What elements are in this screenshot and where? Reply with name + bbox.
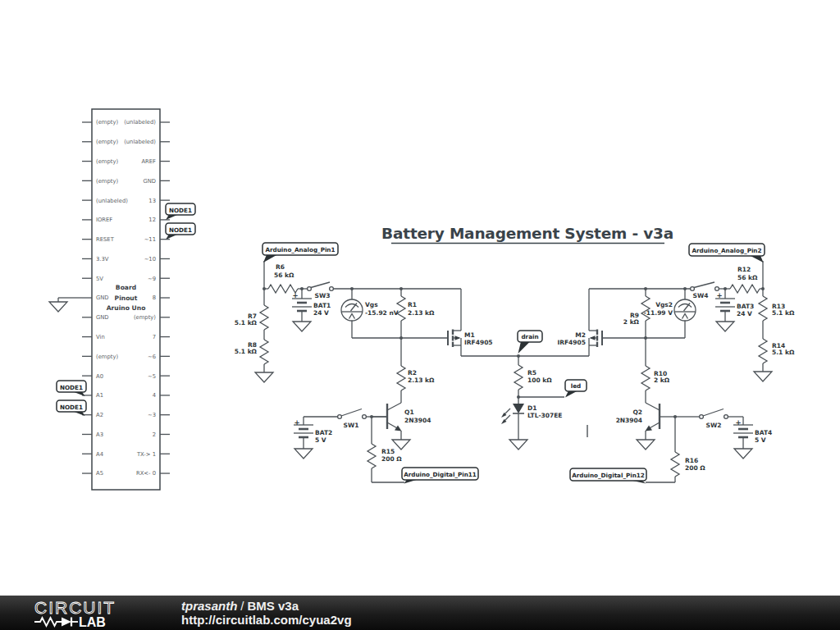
pin-label-right-2: AREF [141, 158, 156, 165]
battery-bat2[interactable] [294, 425, 313, 437]
switch-sw2[interactable] [700, 409, 728, 419]
switch-sw4[interactable] [691, 282, 719, 290]
schematic-canvas[interactable]: (empty)(empty)(empty)(empty)(unlabeled)I… [0, 0, 840, 630]
label-vgs2: Vgs2 [655, 301, 673, 308]
resistor-r9[interactable] [641, 296, 650, 321]
value-r15: 200 Ω [381, 455, 402, 463]
label-bat3: BAT3 [737, 303, 754, 310]
footer-url-line: http://circuitlab.com/cyua2vg [181, 613, 352, 627]
label-bat1: BAT1 [313, 302, 331, 309]
resistor-r16[interactable] [671, 452, 679, 477]
flag-arduino-analog-pin2[interactable]: Arduino_Analog_Pin2 [689, 244, 765, 262]
led-d1[interactable] [501, 404, 524, 424]
flag-node1-pin12[interactable]: NODE1 [166, 203, 195, 220]
label-sw3: SW3 [315, 292, 331, 299]
value-vgs: -15.92 nV [365, 309, 399, 317]
voltmeter-vgs[interactable] [341, 299, 363, 321]
resistor-r5[interactable] [514, 365, 523, 390]
resistor-r1[interactable] [397, 296, 405, 321]
pin-label-left-12: (empty) [96, 354, 118, 360]
value-d1: LTL-307EE [527, 412, 562, 419]
plus-bat1: + [292, 291, 298, 299]
pin-label-right-14: 4 [153, 392, 156, 399]
switch-sw3[interactable] [308, 282, 334, 290]
label-sw1: SW1 [344, 422, 359, 429]
pin-label-left-18: A5 [96, 470, 103, 477]
ground-symbol [293, 322, 311, 331]
flag-label: NODE1 [169, 226, 192, 234]
ground-symbol [637, 440, 655, 450]
resistor-r8[interactable] [260, 340, 268, 364]
resistor-r15[interactable] [368, 444, 376, 468]
label-d1: D1 [527, 404, 536, 412]
flag-arduino-digital-pin11[interactable]: Arduino_Digital_Pin11 [402, 468, 478, 484]
label-r2: R2 [408, 369, 417, 377]
ground-symbol [734, 449, 752, 459]
flag-arduino-digital-pin12[interactable]: Arduino_Digital_Pin12 [570, 468, 646, 484]
pin-label-right-10: (empty) [134, 314, 156, 321]
flag-arduino-analog-pin1[interactable]: Arduino_Analog_Pin1 [262, 243, 338, 262]
flag-label: Arduino_Digital_Pin11 [404, 471, 477, 478]
pin-label-right-9: 8 [153, 294, 156, 301]
flag-node1-a2[interactable]: NODE1 [57, 400, 86, 416]
voltmeter-vgs2[interactable] [674, 299, 696, 321]
value-q1: 2N3904 [404, 417, 431, 424]
flag-led[interactable]: led [565, 380, 587, 398]
arduino-board-pinout[interactable]: (empty)(empty)(empty)(empty)(unlabeled)I… [49, 109, 170, 490]
label-q1: Q1 [404, 409, 414, 416]
project-name[interactable]: BMS v3a [248, 599, 299, 613]
label-m1: M1 [464, 331, 475, 339]
resistor-r10[interactable] [641, 366, 650, 390]
flag-node1-a1[interactable]: NODE1 [57, 381, 86, 396]
transistor-q2[interactable] [646, 403, 676, 440]
label-vgs: Vgs [365, 301, 378, 308]
resistor-r12[interactable] [730, 285, 760, 293]
value-r16: 200 Ω [685, 464, 705, 472]
label-r5: R5 [527, 369, 536, 377]
label-q2: Q2 [632, 409, 642, 416]
battery-bat3[interactable] [715, 299, 735, 311]
plus-bat4: + [735, 418, 741, 427]
circuitlab-page: (empty)(empty)(empty)(empty)(unlabeled)I… [0, 0, 840, 630]
value-r5: 100 kΩ [527, 377, 552, 384]
resistor-r7[interactable] [260, 305, 268, 330]
logo-lab-text: LAB [79, 615, 106, 629]
logo-circuit-text: CIRCUIT [34, 598, 116, 617]
label-sw4: SW4 [693, 292, 709, 299]
pin-label-right-4: 13 [148, 198, 156, 204]
pin-label-left-6: RESET [96, 236, 115, 243]
battery-bat1[interactable] [292, 299, 312, 311]
schematic-title: Battery Management System - v3a [381, 225, 673, 244]
battery-bat4[interactable] [733, 425, 753, 437]
plus-bat2: + [294, 418, 299, 427]
value-r10: 2 kΩ [654, 377, 670, 384]
pin-label-left-2: (empty) [96, 158, 118, 165]
ground-symbol [49, 302, 67, 312]
switch-sw1[interactable] [338, 409, 367, 419]
mosfet-m1[interactable] [448, 330, 461, 357]
value-bat1: 24 V [313, 309, 329, 317]
board-heading-2: Pinout [115, 294, 138, 302]
pin-label-left-16: A3 [96, 431, 103, 438]
flag-node1-pin11[interactable]: NODE1 [166, 223, 195, 240]
flag-drain[interactable]: drain [518, 331, 542, 354]
resistor-r2[interactable] [397, 366, 405, 390]
value-m2: IRF4905 [557, 339, 586, 346]
pin-label-left-4: (unlabeled) [96, 198, 128, 204]
value-r14: 5.1 kΩ [772, 349, 795, 356]
value-m1: IRF4905 [464, 339, 493, 346]
footer-meta: tprasanth/BMS v3a http://circuitlab.com/… [181, 599, 352, 627]
flag-label: drain [521, 333, 538, 340]
value-r2: 2.13 kΩ [408, 377, 435, 384]
mosfet-m2[interactable] [589, 330, 602, 357]
pin-label-left-15: A2 [96, 412, 103, 418]
resistor-r14[interactable] [759, 339, 767, 363]
pin-label-left-13: A0 [96, 373, 103, 380]
pin-label-right-18: RX<- 0 [136, 470, 156, 477]
transistor-q1[interactable] [372, 403, 402, 440]
pin-label-right-8: ~9 [148, 276, 156, 282]
author-name[interactable]: tprasanth [181, 599, 237, 613]
flag-label: Arduino_Analog_Pin1 [265, 246, 335, 253]
circuit-url[interactable]: http://circuitlab.com/cyua2vg [181, 613, 352, 627]
resistor-r13[interactable] [759, 296, 767, 321]
